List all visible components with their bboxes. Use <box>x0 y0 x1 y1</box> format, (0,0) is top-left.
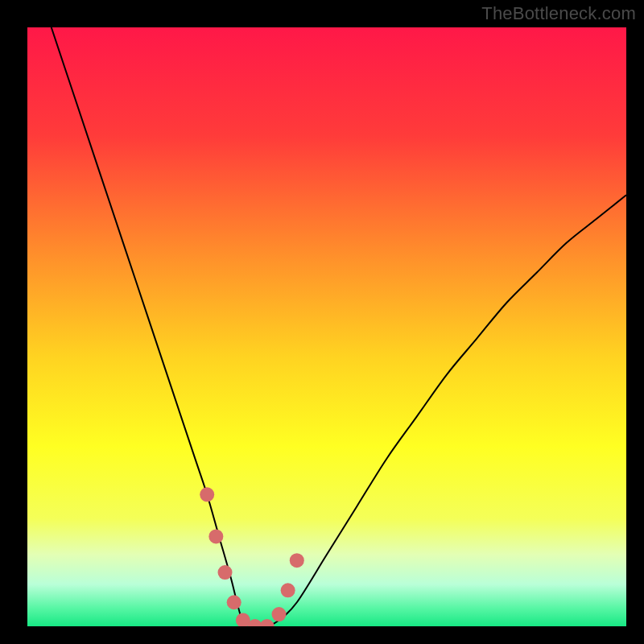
highlight-dot <box>227 595 242 609</box>
curve-layer <box>27 27 626 626</box>
watermark-text: TheBottleneck.com <box>481 3 636 24</box>
highlight-dot <box>208 529 223 543</box>
plot-area <box>27 27 626 626</box>
highlight-dot <box>200 487 214 502</box>
highlight-dot <box>260 619 275 626</box>
highlight-dot <box>271 607 286 621</box>
highlight-dot <box>281 583 295 597</box>
chart-frame: TheBottleneck.com <box>0 0 644 644</box>
highlight-dot <box>218 565 233 580</box>
bottleneck-curve <box>52 27 626 626</box>
highlight-dot <box>290 553 304 568</box>
